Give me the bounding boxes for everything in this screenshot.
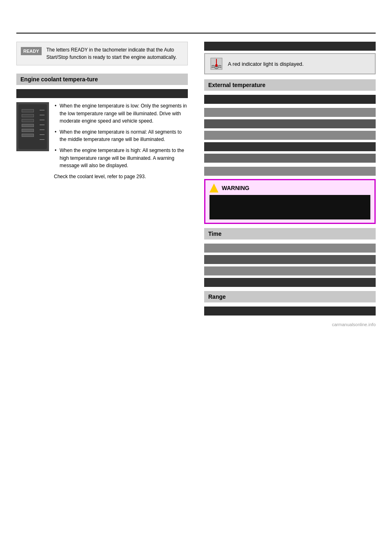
warning-label-bar [204, 167, 376, 176]
time-header: Time [204, 228, 376, 239]
time-bar-3 [204, 266, 376, 275]
watermark-text: carmanualsonline.info [332, 322, 376, 327]
svg-point-2 [215, 64, 218, 67]
ready-badge: READY [21, 47, 42, 55]
bullet-item-3: When the engine temperature is high: All… [54, 147, 188, 170]
coolant-section: Engine coolant tempera-ture [16, 74, 188, 180]
ready-block: READY The letters READY in the tachomete… [16, 42, 188, 65]
range-dark-bar [204, 307, 376, 316]
top-rule [16, 33, 376, 34]
external-temp-header: External temperature [204, 79, 376, 91]
time-header-text: Time [208, 231, 221, 237]
time-bar-2 [204, 255, 376, 264]
coolant-bullet-list: When the engine temperature is low: Only… [54, 102, 188, 180]
ext-temp-bar-5 [204, 142, 376, 151]
coolant-content: When the engine temperature is low: Only… [16, 102, 188, 180]
time-bar-4 [204, 278, 376, 287]
coolant-dark-bar [16, 89, 188, 98]
range-header-text: Range [208, 293, 226, 300]
time-bar-1 [204, 244, 376, 253]
red-indicator-text: A red indicator light is displayed. [228, 61, 304, 67]
main-content: READY The letters READY in the tachomete… [0, 42, 392, 318]
ext-temp-bar-3 [204, 119, 376, 128]
ext-temp-bar-6 [204, 154, 376, 163]
right-column: A red indicator light is displayed. Exte… [196, 42, 376, 318]
coolant-gauge-image [16, 102, 49, 151]
right-top-bar [204, 42, 376, 51]
red-indicator-box: A red indicator light is displayed. [204, 53, 376, 74]
warning-content-area [209, 195, 370, 219]
water-temp-icon [209, 56, 224, 71]
external-temp-header-text: External temperature [208, 82, 265, 88]
warning-box: WARNING [204, 179, 376, 224]
warning-header: WARNING [209, 184, 370, 192]
bullet-item-2: When the engine temperature is normal: A… [54, 128, 188, 143]
page-container: READY The letters READY in the tachomete… [0, 0, 392, 555]
coolant-header: Engine coolant tempera-ture [16, 74, 188, 85]
warning-triangle-icon [209, 184, 218, 192]
external-temp-dark-bar [204, 95, 376, 104]
bullet-item-1: When the engine temperature is low: Only… [54, 102, 188, 125]
watermark: carmanualsonline.info [0, 318, 392, 331]
ready-description: The letters READY in the tachometer indi… [47, 46, 183, 61]
left-column: READY The letters READY in the tachomete… [16, 42, 196, 318]
ext-temp-bar-2 [204, 108, 376, 117]
ext-temp-bar-4 [204, 131, 376, 140]
warning-title: WARNING [222, 185, 249, 191]
range-header: Range [204, 291, 376, 302]
check-coolant-text: Check the coolant level, refer to page 2… [54, 173, 188, 181]
coolant-header-text: Engine coolant tempera-ture [20, 76, 98, 83]
